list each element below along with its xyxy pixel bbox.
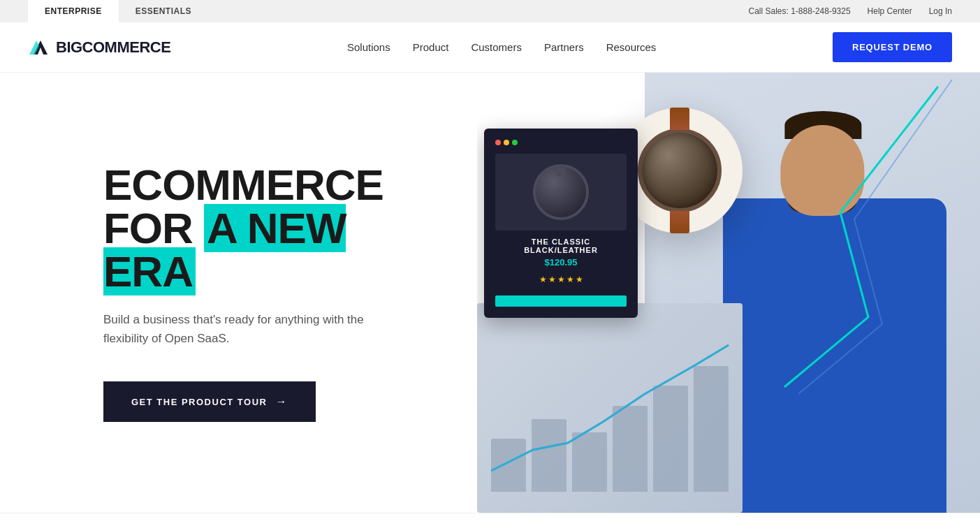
- hero-title: ECOMMERCE FOR A NEW ERA: [103, 163, 405, 293]
- top-bar-tabs: ENTERPRISE ESSENTIALS: [28, 0, 208, 22]
- strap-top: [670, 108, 689, 130]
- nav-product[interactable]: Product: [413, 41, 449, 53]
- nav-links: Solutions Product Customers Partners Res…: [347, 41, 656, 53]
- tab-essentials[interactable]: ESSENTIALS: [119, 0, 208, 22]
- top-bar-right: Call Sales: 1-888-248-9325 Help Center L…: [749, 6, 953, 16]
- strap-bottom: [670, 211, 689, 233]
- hero-cta-label: GET THE PRODUCT TOUR: [131, 397, 267, 407]
- nav-solutions[interactable]: Solutions: [347, 41, 390, 53]
- main-nav: BIGCOMMERCE Solutions Product Customers …: [0, 22, 980, 73]
- hero-title-line1: ECOMMERCE: [103, 161, 383, 209]
- login-link[interactable]: Log In: [929, 6, 952, 16]
- hero-content: ECOMMERCE FOR A NEW ERA Build a business…: [0, 122, 433, 464]
- star-4: ★: [566, 275, 574, 284]
- logos-bar: BEN&JERRY'S Skullcandy Black Diamond bli…: [0, 513, 980, 526]
- logo-text: BIGCOMMERCE: [56, 38, 170, 57]
- nav-resources[interactable]: Resources: [606, 41, 657, 53]
- dot-green: [512, 140, 518, 145]
- arrow-right-icon: →: [275, 395, 288, 408]
- hero-title-line2-prefix: FOR: [103, 204, 204, 252]
- watch-title: THE CLASSIC BLACK/LEATHER: [495, 238, 627, 254]
- watch-add-to-cart[interactable]: [495, 295, 627, 307]
- bigcommerce-logo-icon: [28, 35, 53, 60]
- watch-image-dark: [495, 154, 627, 231]
- logo[interactable]: BIGCOMMERCE: [28, 35, 170, 60]
- phone-link[interactable]: Call Sales: 1-888-248-9325: [749, 6, 851, 16]
- help-link[interactable]: Help Center: [868, 6, 912, 16]
- tab-enterprise[interactable]: ENTERPRISE: [28, 0, 119, 22]
- dot-red: [495, 140, 501, 145]
- star-3: ★: [557, 275, 565, 284]
- star-1: ★: [539, 275, 547, 284]
- star-5: ★: [576, 275, 583, 284]
- watch-price: $120.95: [495, 257, 627, 268]
- watch-face-dark: [533, 164, 589, 220]
- star-2: ★: [548, 275, 556, 284]
- window-dots: [495, 140, 627, 145]
- nav-partners[interactable]: Partners: [544, 41, 584, 53]
- watch-stars: ★ ★ ★ ★ ★: [495, 275, 627, 284]
- request-demo-button[interactable]: REQUEST DEMO: [833, 32, 952, 62]
- dot-yellow: [504, 140, 509, 145]
- nav-customers[interactable]: Customers: [471, 41, 522, 53]
- watch-product-card: THE CLASSIC BLACK/LEATHER $120.95 ★ ★ ★ …: [484, 129, 638, 318]
- hero-visual: THE CLASSIC BLACK/LEATHER $120.95 ★ ★ ★ …: [477, 73, 980, 513]
- hero-cta-button[interactable]: GET THE PRODUCT TOUR →: [103, 381, 316, 422]
- top-bar: ENTERPRISE ESSENTIALS Call Sales: 1-888-…: [0, 0, 980, 22]
- watch-3d: [638, 129, 722, 212]
- hero-subtitle: Build a business that's ready for anythi…: [103, 310, 405, 348]
- hero-section: ECOMMERCE FOR A NEW ERA Build a business…: [0, 73, 980, 513]
